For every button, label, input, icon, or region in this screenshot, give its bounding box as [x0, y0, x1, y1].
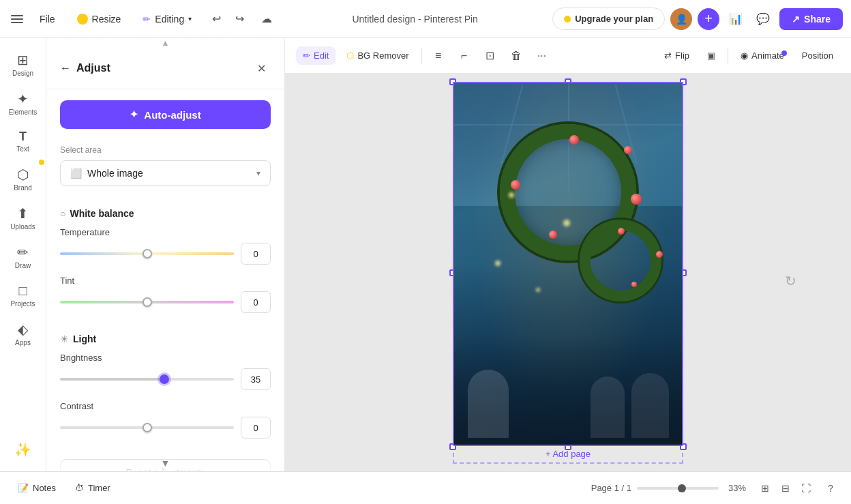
tint-track[interactable] — [60, 301, 234, 303]
transparency-button[interactable]: ▣ — [700, 45, 722, 67]
scroll-down-indicator: ▼ — [46, 458, 284, 471]
panel-header: ← Adjust ✕ — [46, 48, 284, 89]
ball-s1 — [618, 228, 625, 235]
rotate-handle[interactable]: ↻ — [561, 74, 575, 75]
user-avatar[interactable]: 👤 — [670, 8, 692, 30]
sidebar-item-draw[interactable]: ✏ Draw — [3, 239, 43, 275]
contrast-track[interactable] — [60, 426, 234, 429]
undo-button[interactable]: ↩ — [205, 8, 227, 30]
page-indicator: Page 1 / 1 — [591, 483, 631, 493]
sidebar: ⊞ Design ✦ Elements T Text ⬡ Brand ⬆ Upl… — [0, 38, 46, 471]
sidebar-item-apps[interactable]: ⬖ Apps — [3, 316, 43, 352]
flip-icon: ⇄ — [664, 50, 672, 61]
contrast-thumb[interactable] — [143, 423, 152, 432]
ball-s3 — [631, 282, 637, 287]
tint-value[interactable]: 0 — [241, 291, 271, 313]
tint-slider-container: 0 — [60, 291, 271, 313]
light-3 — [495, 261, 501, 266]
animate-active-dot — [781, 50, 787, 56]
contrast-slider-container: 0 — [60, 417, 271, 439]
flip-button[interactable]: ⇄ Flip — [657, 46, 696, 65]
elements-icon: ✦ — [17, 91, 29, 107]
notes-button[interactable]: 📝 Notes — [11, 479, 63, 497]
main-area: ⊞ Design ✦ Elements T Text ⬡ Brand ⬆ Upl… — [0, 38, 851, 471]
light-1 — [509, 192, 514, 198]
bottombar: 📝 Notes ⏱ Timer Page 1 / 1 33% ⊞ ⊟ ⛶ ? — [0, 471, 851, 504]
timer-button[interactable]: ⏱ Timer — [68, 479, 117, 497]
menu-icon[interactable] — [8, 12, 26, 26]
canvas-content[interactable]: ↻ ↻ 🔒 ⊡ 🗑 — [285, 74, 851, 471]
zoom-level: 33% — [724, 483, 750, 493]
sidebar-item-uploads[interactable]: ⬆ Uploads — [3, 200, 43, 236]
add-collaborator-button[interactable]: + — [698, 8, 719, 30]
auto-adjust-button[interactable]: ✦ Auto-adjust — [60, 100, 271, 129]
brightness-slider-row: Brightness 35 — [46, 349, 284, 397]
sidebar-item-text[interactable]: T Text — [3, 124, 43, 158]
temperature-track[interactable] — [60, 252, 234, 255]
zoom-thumb[interactable] — [678, 484, 686, 492]
bg-remover-icon: ⬡ — [346, 50, 354, 61]
sidebar-item-design[interactable]: ⊞ Design — [3, 46, 43, 83]
list-view-button[interactable]: ⊟ — [776, 479, 795, 498]
edit-button[interactable]: ✏ Edit — [296, 46, 335, 65]
wreath-small — [580, 220, 661, 301]
position-button[interactable]: Position — [795, 46, 840, 65]
fullscreen-button[interactable]: ⛶ — [796, 479, 816, 498]
share-button[interactable]: ↗ Share — [779, 8, 843, 30]
sidebar-item-brand[interactable]: ⬡ Brand — [3, 161, 43, 197]
contrast-value[interactable]: 0 — [241, 417, 271, 439]
comment-button[interactable]: 💬 — [752, 8, 774, 30]
sidebar-item-magic[interactable]: ✨ — [3, 436, 43, 463]
select-area-label: Select area — [46, 140, 284, 158]
sidebar-item-projects[interactable]: □ Projects — [3, 278, 43, 313]
panel-close-button[interactable]: ✕ — [252, 59, 271, 78]
ball-3 — [631, 194, 642, 205]
canvas-image[interactable]: ↻ 🔒 ⊡ 🗑 ··· — [453, 82, 683, 446]
transform-button[interactable]: ⊡ — [479, 45, 501, 67]
lines-button[interactable]: ≡ — [428, 45, 449, 67]
sparkle-icon: ✦ — [130, 108, 138, 121]
panel-back-button[interactable]: ← Adjust — [60, 62, 110, 74]
white-balance-section-header: ○ White balance — [46, 200, 284, 223]
person-2 — [591, 376, 625, 438]
file-button[interactable]: File — [31, 10, 63, 29]
temperature-slider-row: Temperature 0 — [46, 223, 284, 271]
toolbar-secondary: ✏ Edit ⬡ BG Remover ≡ ⌐ ⊡ 🗑 ··· ⇄ Flip ▣ — [285, 38, 851, 74]
image-frame-icon: ⬜ — [70, 168, 82, 179]
brand-badge — [39, 160, 44, 165]
animate-wrap: ◉ Animate — [734, 46, 791, 65]
text-icon: T — [19, 130, 27, 144]
select-area-dropdown[interactable]: ⬜ Whole image ▾ — [60, 160, 271, 186]
brightness-track[interactable] — [60, 378, 234, 381]
delete-toolbar-button[interactable]: 🗑 — [505, 45, 527, 67]
crop-button[interactable]: ⌐ — [453, 45, 475, 67]
person-1 — [468, 370, 509, 438]
toolbar-separator — [421, 48, 422, 64]
ball-5 — [549, 231, 557, 239]
canvas-frame: ↻ ↻ 🔒 ⊡ 🗑 — [453, 82, 683, 464]
temperature-thumb[interactable] — [143, 249, 152, 258]
analytics-button[interactable]: 📊 — [725, 8, 747, 30]
brightness-thumb[interactable] — [160, 374, 169, 384]
cloud-save-button[interactable]: ☁ — [256, 8, 278, 30]
editing-button[interactable]: ✏ Editing ▾ — [134, 10, 200, 29]
bg-remover-button[interactable]: ⬡ BG Remover — [340, 46, 415, 65]
light-4 — [536, 288, 540, 292]
view-buttons: ⊞ ⊟ ⛶ — [756, 479, 816, 498]
upgrade-dot-icon — [564, 16, 571, 23]
temperature-value[interactable]: 0 — [241, 243, 271, 265]
ball-2 — [624, 146, 632, 154]
brightness-value[interactable]: 35 — [241, 368, 271, 390]
help-button[interactable]: ? — [821, 479, 840, 498]
tint-thumb[interactable] — [143, 297, 152, 307]
more-options-button[interactable]: ··· — [531, 45, 553, 67]
zoom-slider[interactable] — [637, 487, 719, 490]
resize-button[interactable]: Resize — [69, 10, 130, 29]
upgrade-button[interactable]: Upgrade your plan — [552, 8, 665, 30]
grid-view-button[interactable]: ⊞ — [756, 479, 775, 498]
redo-button[interactable]: ↪ — [228, 8, 250, 30]
timer-icon: ⏱ — [75, 483, 84, 493]
sidebar-item-elements[interactable]: ✦ Elements — [3, 85, 43, 121]
light-icon: ☀ — [60, 333, 69, 344]
ball-1 — [569, 135, 579, 145]
